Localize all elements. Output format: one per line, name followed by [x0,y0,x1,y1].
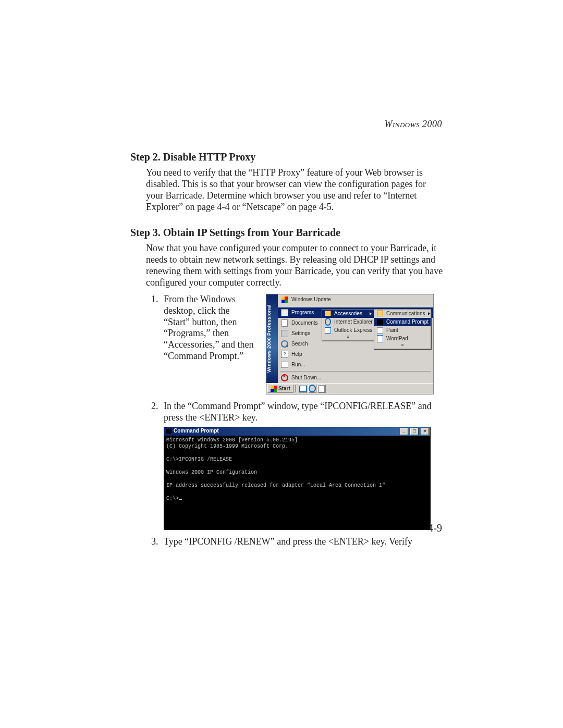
cmd-titlebar: Command Prompt _ □ × [164,427,430,436]
documents-icon [281,319,288,327]
help-icon: ? [281,351,288,358]
run-icon [281,361,288,368]
start-menu-screenshot: Windows 2000 Professional Windows Update… [266,294,434,394]
ie-icon [325,319,331,325]
chevron-right-icon [428,312,430,315]
start-label: Start [278,386,290,391]
page-content: Step 2. Disable HTTP Proxy You need to v… [130,119,443,547]
cmd-line: C:\> [166,496,179,501]
programs-submenu: Accessories Internet Explorer Outlook Ex… [322,309,375,341]
menu-separator [280,371,431,372]
more-chevron-icon[interactable]: » [374,343,431,349]
list-item: Type “IPCONFIG /RENEW” and press the <EN… [161,536,443,548]
submenu-ie[interactable]: Internet Explorer [322,318,374,326]
step2-heading: Step 2. Disable HTTP Proxy [130,151,443,163]
running-head: Windows 2000 [384,119,442,130]
menu-label: Paint [386,328,428,333]
menu-separator [280,306,431,306]
step3-item1-text: From the Windows desktop, click the “Sta… [164,294,258,363]
shutdown-icon [281,374,288,381]
menu-label: Help [291,352,430,357]
start-button[interactable]: Start [267,385,293,393]
quicklaunch-icon[interactable] [317,385,326,393]
submenu-paint[interactable]: Paint [374,326,431,335]
step3-intro: Now that you have configured your comput… [146,243,443,289]
chevron-right-icon [370,312,372,315]
taskbar: Start [266,383,433,394]
cmd-line: Windows 2000 IP Configuration [166,470,257,475]
page-number: 4-9 [428,522,442,534]
windows-update-icon [281,296,288,303]
menu-label: Shut Down... [291,375,430,380]
step3-list: From the Windows desktop, click the “Sta… [130,294,443,548]
close-button[interactable]: × [421,428,429,435]
search-icon [281,340,288,348]
menu-shutdown[interactable]: Shut Down... [278,373,433,383]
menu-label: Outlook Express [334,328,372,333]
folder-icon [325,311,331,317]
cmd-title-text: Command Prompt [174,428,398,435]
cursor-icon [179,499,182,500]
step3-heading: Step 3. Obtain IP Settings from Your Bar… [130,227,443,239]
maximize-button[interactable]: □ [410,428,419,435]
taskbar-separator [295,385,297,392]
step2-body: You need to verify that the “HTTP Proxy”… [146,167,443,213]
quicklaunch-icon[interactable] [308,385,316,393]
more-chevron-icon[interactable]: » [322,335,374,340]
step3-item2-text: In the “Command Prompt” window, type “IP… [164,401,432,423]
settings-icon [281,330,288,337]
paint-icon [377,327,383,334]
menu-label: Communications [386,311,425,316]
command-prompt-icon [166,429,172,434]
quicklaunch-icon[interactable] [299,385,307,393]
menu-label: Internet Explorer [334,319,373,325]
menu-label: Command Prompt [386,319,429,325]
submenu-command-prompt[interactable]: Command Prompt [374,318,431,326]
submenu-wordpad[interactable]: WordPad [374,335,431,343]
outlook-icon [325,327,331,334]
menu-help[interactable]: ? Help [278,349,433,360]
start-menu-banner: Windows 2000 Professional [266,294,278,383]
menu-label: Run... [291,362,430,367]
minimize-button[interactable]: _ [400,428,408,435]
page: Windows 2000 Step 2. Disable HTTP Proxy … [0,0,563,728]
command-prompt-screenshot: Command Prompt _ □ × Microsoft Windows 2… [164,427,431,530]
cmd-line: IP address successfully released for ada… [166,483,385,488]
folder-icon [377,311,383,317]
cmd-line: (C) Copyright 1985-1999 Microsoft Corp. [166,443,288,449]
cmd-line: C:\>IPCONFIG /RELEASE [166,456,232,462]
command-prompt-icon [377,319,383,325]
windows-icon [271,386,277,392]
step3-item3-text: Type “IPCONFIG /RENEW” and press the <EN… [164,536,412,547]
submenu-oe[interactable]: Outlook Express [322,326,374,335]
list-item: In the “Command Prompt” window, type “IP… [161,401,443,530]
cmd-line: Microsoft Windows 2000 [Version 5.00.219… [166,437,298,443]
list-item: From the Windows desktop, click the “Sta… [161,294,443,394]
submenu-communications[interactable]: Communications [374,310,431,318]
menu-windows-update[interactable]: Windows Update [278,294,433,305]
submenu-accessories[interactable]: Accessories [322,310,374,318]
menu-run[interactable]: Run... [278,360,433,370]
wordpad-icon [377,336,383,342]
cmd-output: Microsoft Windows 2000 [Version 5.00.219… [164,436,430,529]
menu-label: Accessories [334,311,366,316]
menu-label: Windows Update [291,297,430,302]
programs-icon [281,309,288,316]
menu-label: WordPad [386,336,428,341]
accessories-submenu: Communications Command Prompt Paint [374,309,431,349]
